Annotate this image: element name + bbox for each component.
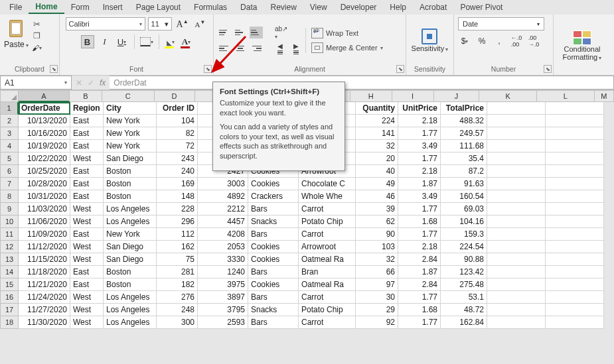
cell-H5[interactable]: 20 (356, 152, 398, 165)
cell-B5[interactable]: West (70, 152, 104, 165)
cell-K4[interactable] (487, 140, 546, 152)
cell-I15[interactable]: 2.84 (398, 278, 441, 291)
cell-L9[interactable] (546, 203, 604, 215)
cell-H3[interactable]: 141 (356, 127, 398, 140)
cell-F16[interactable]: Bars (248, 291, 299, 304)
cell-F17[interactable]: Snacks (248, 304, 299, 316)
cell-C8[interactable]: Boston (104, 190, 157, 203)
cell-B3[interactable]: East (70, 127, 104, 140)
cell-K10[interactable] (487, 215, 546, 228)
cell-C17[interactable]: Los Angeles (104, 304, 157, 316)
cell-B13[interactable]: West (70, 253, 104, 266)
cell-B15[interactable]: East (70, 278, 104, 291)
wrap-text-button[interactable]: ab Wrap Text (311, 28, 383, 38)
menu-review[interactable]: Review (264, 1, 303, 13)
percent-button[interactable]: % (475, 34, 489, 48)
cell-D5[interactable]: 243 (157, 152, 198, 165)
cell-K3[interactable] (487, 127, 546, 140)
row-header-13[interactable]: 13 (0, 253, 19, 266)
cell-I9[interactable]: 1.77 (398, 203, 441, 215)
cell-H13[interactable]: 32 (356, 253, 398, 266)
cell-H9[interactable]: 39 (356, 203, 398, 215)
font-color-button[interactable]: A (181, 35, 192, 48)
col-header-K[interactable]: K (479, 90, 537, 102)
cell-K1[interactable] (487, 102, 546, 115)
cell-B14[interactable]: East (70, 266, 104, 278)
cell-E15[interactable]: 3975 (198, 278, 248, 291)
cell-A18[interactable]: 11/30/2020 (19, 316, 70, 329)
cell-G11[interactable]: Carrot (299, 228, 356, 241)
cell-A14[interactable]: 11/18/2020 (19, 266, 70, 278)
cell-C4[interactable]: New York (104, 140, 157, 152)
cell-F10[interactable]: Snacks (248, 215, 299, 228)
cell-L17[interactable] (546, 304, 604, 316)
cell-H17[interactable]: 29 (356, 304, 398, 316)
increase-decimal-button[interactable]: ←.0.00 (510, 34, 523, 48)
cell-K11[interactable] (487, 228, 546, 241)
cell-I10[interactable]: 1.68 (398, 215, 441, 228)
menu-form[interactable]: Form (64, 1, 96, 13)
cell-I2[interactable]: 2.18 (398, 115, 441, 127)
cell-L16[interactable] (546, 291, 604, 304)
row-header-2[interactable]: 2 (0, 115, 19, 127)
cell-D9[interactable]: 228 (157, 203, 198, 215)
cell-E10[interactable]: 4457 (198, 215, 248, 228)
menu-file[interactable]: File (3, 1, 29, 13)
cell-C5[interactable]: San Diego (104, 152, 157, 165)
cell-J7[interactable]: 91.63 (441, 178, 487, 190)
cell-J6[interactable]: 87.2 (441, 165, 487, 178)
cell-B7[interactable]: East (70, 178, 104, 190)
cell-D11[interactable]: 112 (157, 228, 198, 241)
cell-J11[interactable]: 159.3 (441, 228, 487, 241)
menu-acrobat[interactable]: Acrobat (413, 1, 453, 13)
cell-A8[interactable]: 10/31/2020 (19, 190, 70, 203)
cell-A5[interactable]: 10/22/2020 (19, 152, 70, 165)
row-header-14[interactable]: 14 (0, 266, 19, 278)
menu-data[interactable]: Data (234, 1, 264, 13)
cell-C14[interactable]: Boston (104, 266, 157, 278)
cell-B1[interactable]: Region (70, 102, 104, 115)
cell-L18[interactable] (546, 316, 604, 329)
font-size-select[interactable]: 11▾ (148, 17, 172, 30)
align-left-button[interactable] (218, 42, 231, 54)
row-header-11[interactable]: 11 (0, 228, 19, 241)
currency-button[interactable]: $ (458, 34, 471, 48)
cell-E14[interactable]: 1240 (198, 266, 248, 278)
cell-D4[interactable]: 72 (157, 140, 198, 152)
cell-L11[interactable] (546, 228, 604, 241)
select-all-button[interactable] (0, 90, 19, 102)
cell-H1[interactable]: Quantity (356, 102, 398, 115)
cell-F7[interactable]: Cookies (248, 178, 299, 190)
cell-G18[interactable]: Carrot (299, 316, 356, 329)
cell-L3[interactable] (546, 127, 604, 140)
cell-I11[interactable]: 1.77 (398, 228, 441, 241)
cell-J18[interactable]: 162.84 (441, 316, 487, 329)
cell-C12[interactable]: San Diego (104, 241, 157, 253)
cell-H4[interactable]: 32 (356, 140, 398, 152)
comma-button[interactable]: , (493, 34, 506, 48)
cell-A7[interactable]: 10/28/2020 (19, 178, 70, 190)
cell-H10[interactable]: 62 (356, 215, 398, 228)
menu-page-layout[interactable]: Page Layout (129, 1, 187, 13)
cell-G12[interactable]: Arrowroot (299, 241, 356, 253)
cell-G14[interactable]: Bran (299, 266, 356, 278)
cell-J9[interactable]: 69.03 (441, 203, 487, 215)
fx-icon[interactable]: fx (100, 78, 106, 88)
cell-D17[interactable]: 248 (157, 304, 198, 316)
cell-J1[interactable]: TotalPrice (441, 102, 487, 115)
col-header-L[interactable]: L (537, 90, 595, 102)
increase-font-icon[interactable]: A▲ (175, 19, 191, 30)
orientation-button[interactable] (273, 27, 287, 38)
cell-I13[interactable]: 2.84 (398, 253, 441, 266)
cell-D7[interactable]: 169 (157, 178, 198, 190)
cell-I3[interactable]: 1.77 (398, 127, 441, 140)
cell-K17[interactable] (487, 304, 546, 316)
row-header-18[interactable]: 18 (0, 316, 19, 329)
align-bottom-button[interactable] (250, 27, 263, 38)
cell-I14[interactable]: 1.87 (398, 266, 441, 278)
row-header-1[interactable]: 1 (0, 102, 19, 115)
cell-A10[interactable]: 11/06/2020 (19, 215, 70, 228)
increase-indent-button[interactable]: ▶ (289, 42, 303, 54)
cell-K16[interactable] (487, 291, 546, 304)
formula-bar-input[interactable]: OrderDat (110, 76, 614, 90)
